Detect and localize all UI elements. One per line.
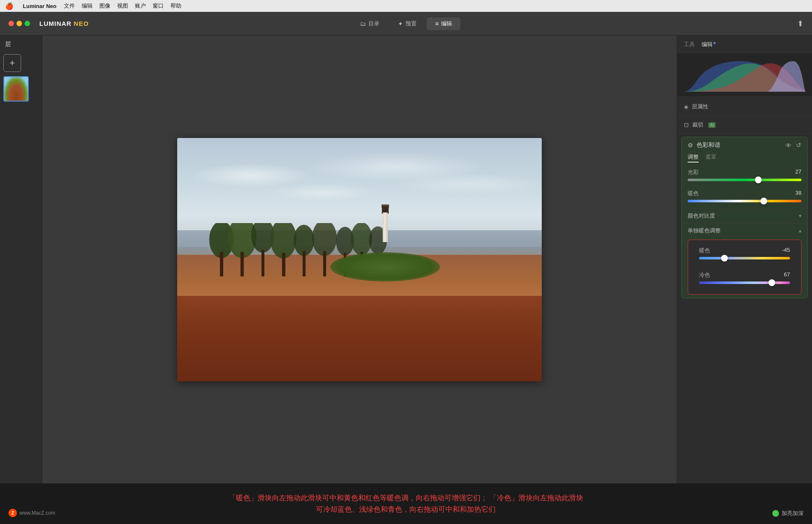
toolbar-nav: 🗂 目录 ✦ 预置 ≡ 编辑	[351, 17, 461, 30]
light-chroma-thumb[interactable]	[755, 177, 762, 183]
ch-tab-mask[interactable]: 遮罩	[705, 153, 716, 163]
add-layer-button[interactable]: +	[3, 54, 21, 72]
color-harmony-settings-icon: ⚙	[688, 142, 693, 149]
menubar: 🍎 Luminar Neo 文件 编辑 图像 视图 账户 窗口 帮助	[0, 0, 812, 12]
color-contrast-chevron-icon: ▾	[799, 213, 801, 219]
svg-rect-14	[323, 251, 326, 276]
presets-icon: ✦	[398, 20, 403, 27]
app-window: LUMINAR NEO 🗂 目录 ✦ 预置 ≡ 编辑 ⬆ 层 +	[0, 12, 812, 524]
fullscreen-button[interactable]	[25, 21, 30, 26]
slider-warm-sub: 暖色 -45	[693, 244, 796, 265]
svg-point-5	[312, 223, 337, 256]
logo-luminar: LUMINAR NEO	[39, 20, 89, 27]
app-name[interactable]: Luminar Neo	[23, 3, 56, 9]
cool-sub-value: 67	[784, 271, 790, 279]
menu-account[interactable]: 账户	[135, 2, 146, 10]
tab-edit-label: 编辑	[702, 41, 713, 47]
menu-help[interactable]: 帮助	[170, 2, 181, 10]
collapsible-warm-cool[interactable]: 单独暖色调整 ▴	[682, 223, 807, 238]
tab-tools[interactable]: 工具	[684, 41, 695, 48]
menu-edit[interactable]: 编辑	[82, 2, 93, 10]
cliff-rocks	[177, 296, 542, 381]
layer-thumbnail[interactable]	[3, 76, 29, 102]
warm-cool-chevron-icon: ▴	[799, 228, 801, 234]
slider-cool-sub: 冷色 67	[693, 269, 796, 290]
warm-sub-thumb[interactable]	[721, 255, 728, 262]
left-panel: 层 +	[0, 36, 42, 483]
nav-catalog[interactable]: 🗂 目录	[351, 17, 388, 30]
collapsible-color-contrast[interactable]: 颜色对比度 ▾	[682, 208, 807, 223]
slider-warmth-labels: 暖色 38	[688, 190, 801, 197]
menu-view[interactable]: 视图	[117, 2, 128, 10]
cool-sub-label: 冷色	[699, 271, 710, 279]
svg-rect-12	[282, 253, 285, 276]
menubar-items: 文件 编辑 图像 视图 账户 窗口 帮助	[64, 2, 181, 10]
photo-canvas	[177, 138, 542, 381]
vegetation-foreground	[330, 252, 440, 281]
edit-icon: ≡	[435, 20, 439, 27]
annotation-bar: 「暖色」滑块向左拖动此滑块可中和黄色和红色等暖色调，向右拖动可增强它们； 「冷色…	[0, 483, 812, 524]
right-panel-header: 工具 编辑	[677, 36, 812, 54]
crop-row[interactable]: ⊡ 裁切 AI	[684, 119, 805, 130]
annotation-line1: 「暖色」滑块向左拖动此滑块可中和黄色和红色等暖色调，向右拖动可增强它们； 「冷色…	[229, 492, 583, 504]
tab-edit[interactable]: 编辑	[702, 41, 716, 48]
layer-props-label: 层属性	[692, 103, 708, 110]
histogram-chart	[684, 58, 805, 92]
menu-image[interactable]: 图像	[99, 2, 110, 10]
close-button[interactable]	[8, 21, 14, 26]
catalog-label: 目录	[368, 20, 379, 28]
color-harmony-reset-button[interactable]: ↺	[796, 141, 801, 149]
slider-warmth: 暖色 38	[682, 187, 807, 208]
macz-logo-icon: Z	[8, 509, 17, 517]
annotation-line2: 可冷却蓝色、浅绿色和青色，向右拖动可中和和加热它们	[229, 504, 583, 515]
color-harmony-tabs: 调整 遮罩	[682, 153, 807, 166]
annotation-right: 加亮加深	[772, 510, 804, 517]
light-chroma-label: 光彩	[688, 168, 699, 176]
warm-cool-section: 暖色 -45 冷色 67	[688, 240, 801, 295]
clouds-layer	[177, 150, 542, 235]
slider-warm-sub-labels: 暖色 -45	[699, 247, 790, 254]
nav-presets[interactable]: ✦ 预置	[390, 17, 425, 30]
ch-tab-adjust[interactable]: 调整	[688, 153, 699, 163]
color-harmony-eye-button[interactable]: 👁	[785, 142, 792, 149]
traffic-lights	[8, 21, 30, 26]
color-harmony-header: ⚙ 色彩和谐 👁 ↺	[682, 137, 807, 153]
color-harmony-section: ⚙ 色彩和谐 👁 ↺ 调整 遮罩 光彩 27	[681, 137, 808, 298]
warmth-value: 38	[796, 190, 801, 197]
presets-label: 预置	[406, 20, 417, 28]
light-chroma-track[interactable]	[688, 179, 801, 181]
annotation-text: 「暖色」滑块向左拖动此滑块可中和黄色和红色等暖色调，向右拖动可增强它们； 「冷色…	[229, 492, 583, 515]
brighten-icon	[772, 510, 779, 517]
toolbar-logo: LUMINAR NEO	[8, 20, 89, 27]
share-button[interactable]: ⬆	[797, 19, 804, 28]
panel-section-layer-props: ◈ 层属性	[677, 98, 812, 116]
color-harmony-title-row: ⚙ 色彩和谐	[688, 141, 720, 149]
warm-sub-label: 暖色	[699, 247, 710, 254]
cool-sub-thumb[interactable]	[768, 279, 775, 286]
detection-text: BEE 45 RE	[806, 519, 808, 520]
menu-window[interactable]: 窗口	[153, 2, 164, 10]
layer-props-icon: ◈	[684, 103, 689, 110]
catalog-icon: 🗂	[360, 20, 366, 27]
edit-tab-dot	[713, 42, 716, 44]
slider-light-chroma: 光彩 27	[682, 166, 807, 187]
annotation-logo: Z www.MacZ.com	[8, 509, 55, 517]
right-panel: 工具 编辑	[677, 36, 812, 483]
warmth-thumb[interactable]	[760, 198, 767, 204]
warm-sub-track[interactable]	[699, 257, 790, 259]
toolbar-right: ⬆	[797, 19, 804, 28]
menu-file[interactable]: 文件	[64, 2, 75, 10]
warmth-track[interactable]	[688, 200, 801, 202]
nav-edit[interactable]: ≡ 编辑	[427, 17, 461, 30]
crop-label: 裁切	[692, 121, 703, 129]
canvas-area	[42, 36, 677, 483]
layer-props-row[interactable]: ◈ 层属性	[684, 101, 805, 112]
cool-sub-track[interactable]	[699, 281, 790, 284]
minimize-button[interactable]	[16, 21, 22, 26]
apple-menu[interactable]: 🍎	[5, 2, 14, 10]
light-chroma-value: 27	[796, 168, 801, 176]
svg-rect-13	[303, 251, 306, 276]
warmth-label: 暖色	[688, 190, 699, 197]
svg-rect-10	[241, 252, 244, 276]
logo-neo: NEO	[74, 20, 89, 27]
